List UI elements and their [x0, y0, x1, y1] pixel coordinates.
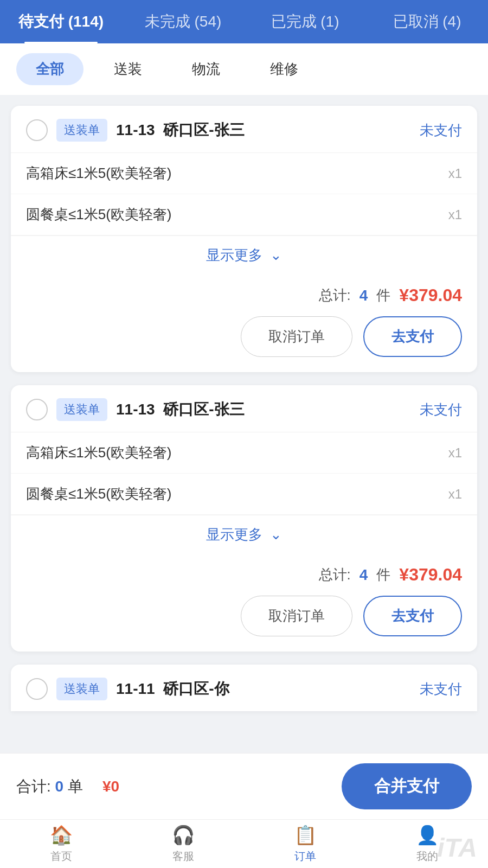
order-info-1: 11-13 硚口区-张三	[116, 120, 411, 141]
total-count: 4	[359, 566, 368, 584]
filter-repair[interactable]: 维修	[251, 53, 318, 85]
merge-pay-btn[interactable]: 合并支付	[342, 763, 472, 809]
order-badge-1: 送装单	[56, 119, 107, 142]
filter-logistics[interactable]: 物流	[172, 53, 240, 85]
nav-mine-label: 我的	[416, 849, 438, 864]
total-label: 总计:	[319, 565, 351, 584]
total-unit: 件	[376, 286, 390, 305]
cancel-order-btn-1[interactable]: 取消订单	[241, 316, 352, 357]
service-icon: 🎧	[172, 824, 195, 846]
order-header-1: 送装单 11-13 硚口区-张三 未支付	[11, 106, 477, 152]
order-total-row-1: 总计: 4 件 ¥379.04	[26, 285, 462, 305]
order-footer-2: 总计: 4 件 ¥379.04 取消订单 去支付	[11, 554, 477, 652]
order-header-3: 送装单 11-11 硚口区-你 未支付	[11, 665, 477, 711]
nav-service-label: 客服	[172, 849, 194, 864]
item-name: 高箱床≤1米5(欧美轻奢)	[26, 164, 172, 183]
order-item-row: 圆餐桌≤1米5(欧美轻奢) x1	[11, 194, 477, 235]
order-status-1: 未支付	[420, 121, 462, 140]
total-unit: 件	[376, 565, 390, 584]
total-label: 总计:	[319, 286, 351, 305]
order-badge-2: 送装单	[56, 398, 107, 421]
order-footer-1: 总计: 4 件 ¥379.04 取消订单 去支付	[11, 275, 477, 372]
order-card-3-partial: 送装单 11-11 硚口区-你 未支付	[11, 665, 477, 711]
pay-btn-1[interactable]: 去支付	[363, 316, 462, 357]
order-item-row: 圆餐桌≤1米5(欧美轻奢) x1	[11, 474, 477, 515]
item-qty: x1	[448, 445, 462, 461]
nav-order-label: 订单	[294, 849, 316, 864]
top-tabs-bar: 待支付 (114) 未完成 (54) 已完成 (1) 已取消 (4)	[0, 0, 488, 43]
order-badge-3: 送装单	[56, 678, 107, 700]
nav-service[interactable]: 🎧 客服	[122, 820, 244, 868]
order-actions-2: 取消订单 去支付	[26, 596, 462, 636]
filter-bar: 全部 送装 物流 维修	[0, 43, 488, 95]
order-status-3: 未支付	[420, 680, 462, 699]
mine-icon: 👤	[416, 824, 439, 846]
pay-btn-2[interactable]: 去支付	[363, 596, 462, 636]
filter-all[interactable]: 全部	[16, 53, 84, 85]
item-qty: x1	[448, 207, 462, 222]
bottom-summary-bar: 合计: 0 单 ¥0 合并支付	[0, 753, 488, 819]
order-card-1: 送装单 11-13 硚口区-张三 未支付 高箱床≤1米5(欧美轻奢) x1 圆餐…	[11, 106, 477, 372]
bottom-total-price: ¥0	[102, 778, 119, 795]
tab-incomplete[interactable]: 未完成 (54)	[122, 0, 244, 43]
total-price: ¥379.04	[399, 565, 462, 585]
show-more-1[interactable]: 显示更多 ⌄	[11, 235, 477, 275]
order-item-row: 高箱床≤1米5(欧美轻奢) x1	[11, 153, 477, 194]
tab-pending[interactable]: 待支付 (114)	[0, 0, 122, 43]
order-card-2: 送装单 11-13 硚口区-张三 未支付 高箱床≤1米5(欧美轻奢) x1 圆餐…	[11, 385, 477, 652]
order-items-1: 高箱床≤1米5(欧美轻奢) x1 圆餐桌≤1米5(欧美轻奢) x1 显示更多 ⌄	[11, 152, 477, 275]
order-checkbox-1[interactable]	[26, 119, 48, 141]
order-info-2: 11-13 硚口区-张三	[116, 399, 411, 420]
bottom-total-count: 0	[55, 778, 64, 795]
order-icon: 📋	[294, 824, 317, 846]
order-items-2: 高箱床≤1米5(欧美轻奢) x1 圆餐桌≤1米5(欧美轻奢) x1 显示更多 ⌄	[11, 432, 477, 554]
item-name: 圆餐桌≤1米5(欧美轻奢)	[26, 484, 172, 503]
item-name: 圆餐桌≤1米5(欧美轻奢)	[26, 205, 172, 224]
nav-order[interactable]: 📋 订单	[244, 820, 366, 868]
cancel-order-btn-2[interactable]: 取消订单	[241, 596, 352, 636]
order-status-2: 未支付	[420, 400, 462, 419]
total-price: ¥379.04	[399, 285, 462, 305]
bottom-total-label: 合计: 0 单	[16, 776, 83, 797]
order-list: 送装单 11-13 硚口区-张三 未支付 高箱床≤1米5(欧美轻奢) x1 圆餐…	[0, 95, 488, 809]
order-total-row-2: 总计: 4 件 ¥379.04	[26, 565, 462, 585]
order-checkbox-2[interactable]	[26, 399, 48, 420]
show-more-2[interactable]: 显示更多 ⌄	[11, 515, 477, 554]
order-checkbox-3[interactable]	[26, 678, 48, 700]
order-info-3: 11-11 硚口区-你	[116, 679, 411, 699]
tab-completed[interactable]: 已完成 (1)	[244, 0, 366, 43]
order-header-2: 送装单 11-13 硚口区-张三 未支付	[11, 385, 477, 432]
order-item-row: 高箱床≤1米5(欧美轻奢) x1	[11, 432, 477, 474]
nav-home-label: 首页	[50, 849, 72, 864]
total-count: 4	[359, 287, 368, 304]
item-qty: x1	[448, 487, 462, 502]
nav-home[interactable]: 🏠 首页	[0, 820, 122, 868]
nav-mine[interactable]: 👤 我的	[366, 820, 488, 868]
tab-cancelled[interactable]: 已取消 (4)	[366, 0, 488, 43]
item-name: 高箱床≤1米5(欧美轻奢)	[26, 443, 172, 462]
item-qty: x1	[448, 166, 462, 181]
order-actions-1: 取消订单 去支付	[26, 316, 462, 357]
home-icon: 🏠	[50, 824, 73, 846]
filter-delivery[interactable]: 送装	[94, 53, 162, 85]
bottom-navigation: 🏠 首页 🎧 客服 📋 订单 👤 我的	[0, 819, 488, 868]
